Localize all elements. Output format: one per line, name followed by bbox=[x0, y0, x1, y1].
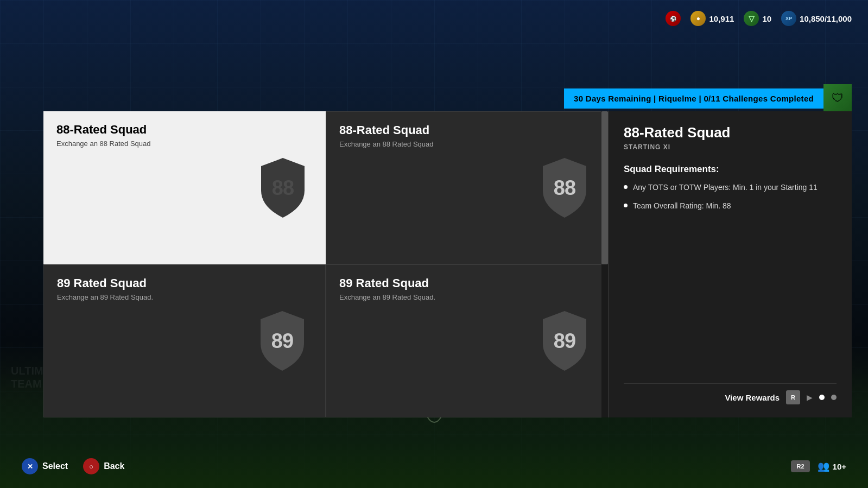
back-label: Back bbox=[104, 461, 124, 471]
dot-1 bbox=[831, 395, 837, 400]
shield-icon: ▽ bbox=[744, 11, 759, 26]
card-title-89-1: 89 Rated Squad bbox=[57, 277, 312, 290]
card-desc-88-2: Exchange an 88 Rated Squad bbox=[339, 140, 594, 148]
card-desc-89-1: Exchange an 89 Rated Squad. bbox=[57, 293, 312, 301]
squad-badge-89-1: 89 bbox=[252, 306, 312, 376]
club-icon: ⚽ bbox=[666, 11, 681, 26]
select-hint: ✕ Select bbox=[22, 458, 68, 474]
dot-0 bbox=[819, 395, 825, 400]
banner-icon: 🛡 bbox=[823, 84, 852, 112]
r2-button[interactable]: R2 bbox=[791, 460, 809, 472]
card-info-88-2: 88-Rated Squad Exchange an 88 Rated Squa… bbox=[339, 124, 594, 148]
card-info-89-2: 89 Rated Squad Exchange an 89 Rated Squa… bbox=[339, 277, 594, 301]
req-text-1: Team Overall Rating: Min. 88 bbox=[633, 201, 731, 212]
r-button[interactable]: R bbox=[786, 390, 800, 404]
badge-shape-89-2: 89 bbox=[537, 308, 592, 373]
badge-shape-89-1: 89 bbox=[255, 308, 309, 373]
shield-item: ▽ 10 bbox=[744, 11, 771, 26]
view-rewards-label: View Rewards bbox=[725, 393, 780, 402]
players-icon: 👥 bbox=[818, 460, 829, 472]
req-bullet-1 bbox=[624, 204, 628, 207]
squad-card-89-2[interactable]: 89 Rated Squad Exchange an 89 Rated Squa… bbox=[326, 264, 608, 417]
shield-value: 10 bbox=[762, 14, 771, 23]
detail-panel: 88-Rated Squad STARTING XI Squad Require… bbox=[608, 111, 852, 417]
req-text-0: Any TOTS or TOTW Players: Min. 1 in your… bbox=[633, 182, 818, 193]
xp-item: XP 10,850/11,000 bbox=[781, 11, 852, 26]
squad-list: 88-Rated Squad Exchange an 88 Rated Squa… bbox=[43, 111, 608, 417]
scrollbar-track[interactable] bbox=[601, 111, 608, 417]
badge-number-88-2: 88 bbox=[554, 176, 575, 200]
o-button[interactable]: ○ bbox=[83, 458, 99, 474]
view-rewards-row: View Rewards R ▶ bbox=[624, 383, 837, 404]
squad-badge-88-2: 88 bbox=[535, 153, 594, 223]
coins-value: 10,911 bbox=[709, 14, 734, 23]
requirement-item-0: Any TOTS or TOTW Players: Min. 1 in your… bbox=[624, 182, 837, 193]
challenge-banner: 30 Days Remaining | Riquelme | 0/11 Chal… bbox=[564, 84, 852, 112]
back-hint: ○ Back bbox=[83, 458, 124, 474]
xp-icon: XP bbox=[781, 11, 796, 26]
squad-card-88-2[interactable]: 88-Rated Squad Exchange an 88 Rated Squa… bbox=[326, 111, 608, 264]
squad-card-89-1[interactable]: 89 Rated Squad Exchange an 89 Rated Squa… bbox=[43, 264, 326, 417]
players-label: 10+ bbox=[833, 462, 846, 471]
xp-value: 10,850/11,000 bbox=[800, 14, 852, 23]
detail-title: 88-Rated Squad bbox=[624, 124, 837, 141]
coins-item: ● 10,911 bbox=[690, 11, 734, 26]
players-hint: 👥 10+ bbox=[818, 460, 846, 472]
squad-badge-89-2: 89 bbox=[535, 306, 594, 376]
bottom-hud: ✕ Select ○ Back R2 👥 10+ bbox=[22, 458, 846, 474]
scrollbar-thumb[interactable] bbox=[601, 111, 608, 264]
top-hud: ⚽ ● 10,911 ▽ 10 XP 10,850/11,000 bbox=[666, 11, 852, 26]
banner-text: 30 Days Remaining | Riquelme | 0/11 Chal… bbox=[564, 88, 823, 109]
requirement-item-1: Team Overall Rating: Min. 88 bbox=[624, 201, 837, 212]
req-bullet-0 bbox=[624, 185, 628, 189]
card-desc-89-2: Exchange an 89 Rated Squad. bbox=[339, 293, 594, 301]
bottom-left-controls: ✕ Select ○ Back bbox=[22, 458, 124, 474]
squad-badge-88-1: 88 bbox=[253, 153, 313, 223]
nav-arrow-right: ▶ bbox=[807, 393, 813, 402]
card-title-89-2: 89 Rated Squad bbox=[339, 277, 594, 290]
detail-subtitle: STARTING XI bbox=[624, 143, 837, 151]
bottom-right-controls: R2 👥 10+ bbox=[791, 460, 846, 472]
badge-number-88-1: 88 bbox=[272, 176, 294, 200]
club-icon-item: ⚽ bbox=[666, 11, 681, 26]
main-content: 88-Rated Squad Exchange an 88 Rated Squa… bbox=[43, 111, 852, 417]
badge-number-89-1: 89 bbox=[271, 329, 293, 353]
select-label: Select bbox=[42, 461, 68, 471]
card-desc-88-1: Exchange an 88 Rated Squad bbox=[56, 140, 313, 148]
coins-icon: ● bbox=[690, 11, 706, 26]
badge-shape-88-1: 88 bbox=[256, 155, 310, 220]
card-info-89-1: 89 Rated Squad Exchange an 89 Rated Squa… bbox=[57, 277, 312, 301]
badge-number-89-2: 89 bbox=[554, 329, 575, 353]
card-info-88-1: 88-Rated Squad Exchange an 88 Rated Squa… bbox=[56, 123, 313, 148]
squad-card-88-1[interactable]: 88-Rated Squad Exchange an 88 Rated Squa… bbox=[43, 111, 326, 264]
card-title-88-2: 88-Rated Squad bbox=[339, 124, 594, 137]
x-button[interactable]: ✕ bbox=[22, 458, 38, 474]
badge-shape-88-2: 88 bbox=[537, 155, 592, 220]
card-title-88-1: 88-Rated Squad bbox=[56, 123, 313, 136]
requirements-title: Squad Requirements: bbox=[624, 164, 837, 175]
